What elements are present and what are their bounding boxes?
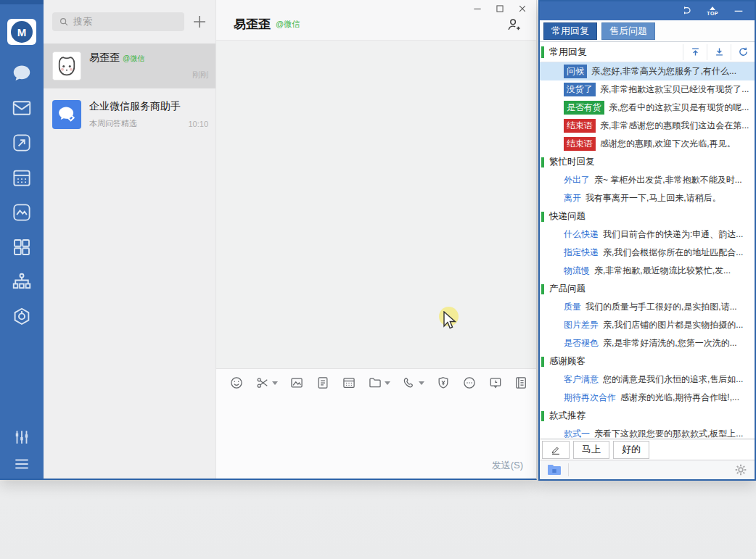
send-button[interactable]: 发送(S) (492, 459, 523, 472)
expand-to-bottom-button[interactable] (707, 44, 731, 60)
quick-reply-item[interactable]: 款式一 亲看下这款跟您要的那款款式,板型上... (540, 425, 755, 439)
panel-minimize-button[interactable] (733, 5, 744, 17)
quick-reply-section[interactable]: 款式推荐 (540, 407, 755, 425)
quick-reply-label[interactable]: 结束语 (564, 119, 596, 133)
section-bar (541, 212, 544, 222)
quick-reply-section[interactable]: 快递问题 (540, 207, 755, 225)
quick-reply-section[interactable]: 繁忙时回复 (540, 153, 755, 171)
quick-phrase-button[interactable]: 马上 (573, 441, 609, 459)
dropdown-caret-icon (272, 381, 278, 385)
quick-reply-label[interactable]: 是否褪色 (564, 337, 599, 349)
quick-reply-item[interactable]: 没货了 亲,非常抱歉这款宝贝已经没有现货了... (540, 80, 755, 99)
calendar-icon[interactable] (11, 167, 33, 189)
scroll-to-top-button[interactable]: TOP (707, 7, 718, 16)
quick-reply-label[interactable]: 问候 (564, 65, 587, 78)
quick-panel-tab[interactable]: 售后问题 (601, 22, 655, 40)
quick-reply-section[interactable]: 感谢顾客 (540, 352, 755, 370)
quick-reply-item[interactable]: 客户满意 您的满意是我们永恒的追求,售后如... (540, 370, 755, 389)
quick-reply-item[interactable]: 什么快递 我们目前合作的快递为:申通、韵达... (540, 225, 755, 244)
chat-name: 企业微信服务商助手 (89, 100, 181, 113)
quick-reply-item[interactable]: 期待再次合作 感谢亲的光临,期待再合作啦!,... (540, 389, 755, 407)
quick-panel-bottombar (540, 460, 755, 479)
quick-reply-text: 亲,您好,非常高兴为您服务了,有什么... (591, 65, 755, 78)
search-icon (59, 17, 69, 27)
quick-reply-item[interactable]: 是否褪色 亲,是非常好清洗的,您第一次洗的... (540, 334, 755, 352)
quick-panel-header: 常用回复 (540, 42, 755, 62)
quick-reply-label[interactable]: 离开 (564, 192, 581, 204)
quick-reply-item[interactable]: 结束语 感谢您的惠顾,欢迎下次光临,再见。 (540, 135, 755, 153)
chat-avatar (52, 51, 81, 80)
gallery-icon[interactable] (11, 202, 33, 223)
chat-bubble-icon[interactable] (11, 62, 33, 84)
window-maximize-button[interactable] (495, 4, 505, 14)
quick-reply-label[interactable]: 款式推荐 (549, 410, 586, 422)
refresh-icon (738, 46, 749, 57)
quick-reply-label[interactable]: 结束语 (564, 137, 596, 151)
quick-reply-label[interactable]: 什么快递 (564, 228, 599, 241)
gear-icon[interactable] (734, 463, 748, 477)
sidebar-nav (11, 62, 33, 328)
menu-icon[interactable] (12, 455, 31, 473)
folder-library-icon[interactable] (546, 463, 562, 476)
quick-reply-label[interactable]: 快递问题 (549, 210, 586, 223)
search-input[interactable]: 搜索 (52, 12, 184, 31)
quick-reply-label[interactable]: 繁忙时回复 (549, 156, 595, 168)
quick-reply-item[interactable]: 是否有货 亲,您看中的这款宝贝是有现货的呢... (540, 99, 755, 117)
quick-reply-section[interactable]: 产品问题 (540, 280, 755, 298)
sidebar: M (0, 0, 44, 479)
quick-reply-label[interactable]: 物流慢 (564, 265, 590, 277)
quick-reply-label[interactable]: 期待再次合作 (564, 392, 616, 404)
quick-reply-label[interactable]: 感谢顾客 (549, 355, 586, 368)
window-minimize-button[interactable] (472, 4, 482, 14)
chat-list-item[interactable]: 易歪歪 @微信 刚刚 (44, 44, 215, 88)
dock-icon[interactable] (681, 5, 692, 17)
add-chat-button[interactable] (191, 13, 208, 30)
workspace-box-icon[interactable] (11, 306, 33, 328)
expand-bottom-icon (714, 46, 725, 57)
top-arrow-icon (710, 7, 715, 10)
quick-reply-item[interactable]: 质量 我们的质量与手工很好的,是实拍图,请... (540, 298, 755, 316)
quick-reply-label[interactable]: 款式一 (564, 428, 590, 439)
quick-reply-text: 我们目前合作的快递为:申通、韵达... (603, 228, 755, 241)
apps-grid-icon[interactable] (11, 236, 33, 258)
org-chart-icon[interactable] (11, 271, 33, 293)
schedule-icon (342, 376, 356, 390)
quick-phrase-bar: 马上 好的 (540, 439, 755, 460)
quick-reply-item[interactable]: 离开 我有事离开一下,马上回来,请稍后。 (540, 189, 755, 207)
message-input[interactable] (216, 397, 536, 479)
quick-reply-text: 感谢亲的光临,期待再合作啦!,... (620, 392, 755, 404)
quick-reply-label[interactable]: 外出了 (564, 174, 590, 186)
quick-reply-item[interactable]: 物流慢 亲,非常抱歉,最近物流比较繁忙,发... (540, 262, 755, 280)
chat-list-item[interactable]: 企业微信服务商助手 本周问答精选 10:10 (44, 92, 215, 137)
sliders-icon[interactable] (12, 428, 31, 447)
quick-reply-label[interactable]: 客户满意 (564, 373, 599, 386)
workbench-icon[interactable] (11, 132, 33, 154)
quick-reply-label[interactable]: 图片差异 (564, 319, 599, 331)
quick-reply-label[interactable]: 指定快递 (564, 247, 599, 259)
input-toolbar (216, 369, 536, 397)
pencil-icon (551, 444, 561, 456)
quick-reply-label[interactable]: 产品问题 (549, 283, 586, 295)
quick-reply-label[interactable]: 没货了 (564, 83, 596, 96)
quick-reply-label[interactable]: 是否有货 (564, 101, 604, 115)
message-history[interactable] (216, 41, 536, 368)
quick-reply-item[interactable]: 结束语 亲,非常感谢您的惠顾我们这边会在第... (540, 117, 755, 135)
quick-reply-label[interactable]: 质量 (564, 301, 581, 313)
quick-panel-tab[interactable]: 常用回复 (543, 22, 597, 40)
refresh-button[interactable] (731, 44, 755, 60)
quick-phrase-button[interactable]: 好的 (613, 441, 649, 459)
quick-reply-item[interactable]: 外出了 亲~ 掌柜外出发货,非常抱歉不能及时... (540, 171, 755, 189)
collapse-to-top-button[interactable] (683, 44, 707, 60)
quick-reply-item[interactable]: 问候 亲,您好,非常高兴为您服务了,有什么... (540, 62, 755, 80)
quick-reply-text: 我们的质量与手工很好的,是实拍图,请... (586, 301, 755, 313)
chat-list-panel: 搜索 易歪歪 @微信 刚刚 (44, 0, 215, 479)
chat-source-badge: @微信 (123, 54, 144, 64)
quick-reply-item[interactable]: 指定快递 亲,我们会根据你所在的地址匹配合... (540, 244, 755, 262)
person-add-icon[interactable] (506, 17, 522, 33)
quick-reply-item[interactable]: 图片差异 亲,我们店铺的图片都是实物拍摄的... (540, 316, 755, 334)
mail-icon[interactable] (11, 97, 33, 119)
section-bar (541, 357, 544, 367)
window-close-button[interactable] (517, 4, 527, 14)
chat-avatar (52, 100, 81, 129)
edit-phrases-button[interactable] (542, 441, 570, 459)
